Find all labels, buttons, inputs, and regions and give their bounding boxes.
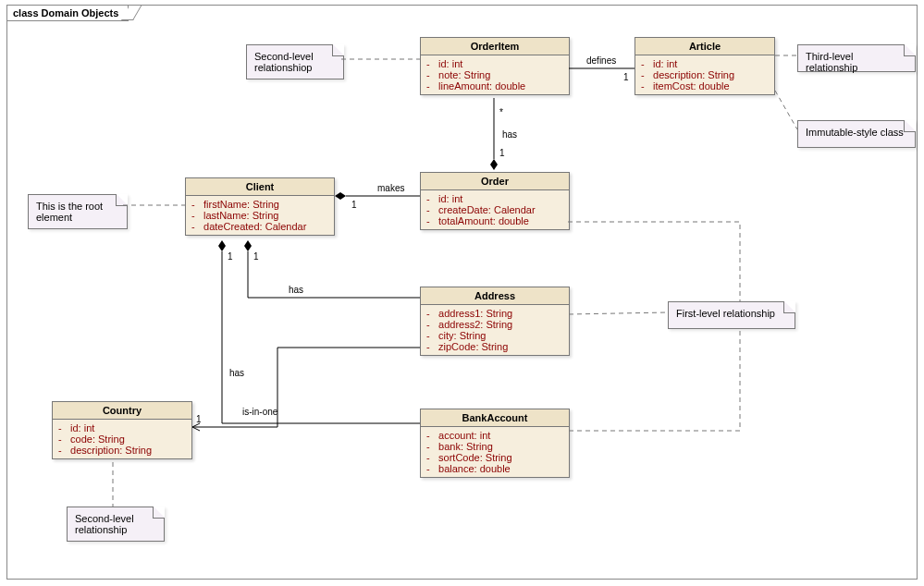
attr: - zipCode: String <box>426 341 563 352</box>
note-country-second: Second-level relationship <box>67 507 165 542</box>
attr: - totalAmount: double <box>426 215 563 226</box>
mult-one: 1 <box>623 72 629 82</box>
mult-one: 1 <box>228 251 233 262</box>
attr: - note: String <box>426 69 563 80</box>
class-client: Client - firstName: String - lastName: S… <box>185 177 335 236</box>
attr: - city: String <box>426 330 563 341</box>
class-title: Order <box>421 173 569 190</box>
class-bankaccount: BankAccount - account: int - bank: Strin… <box>420 409 570 478</box>
mult-one: 1 <box>499 148 505 158</box>
attr: - lastName: String <box>191 210 328 221</box>
note-article-third: Third-level relationship <box>797 44 916 72</box>
mult-star: * <box>499 107 503 117</box>
attr: - id: int <box>426 58 563 69</box>
attr: - description: String <box>58 445 186 456</box>
class-title: Address <box>421 287 569 305</box>
class-order: Order - id: int - createDate: Calendar -… <box>420 172 570 230</box>
attr: - address1: String <box>426 308 563 319</box>
mult-one: 1 <box>351 200 357 210</box>
rel-has-label: has <box>289 285 303 295</box>
mult-one: 1 <box>196 414 202 424</box>
mult-one: 1 <box>253 251 259 262</box>
class-title: Country <box>53 402 191 420</box>
attr: - itemCost: double <box>641 80 769 92</box>
attr: - firstName: String <box>191 199 328 210</box>
attr: - dateCreated: Calendar <box>191 221 328 232</box>
attr: - description: String <box>641 69 769 80</box>
note-client-root: This is the root element <box>28 194 128 229</box>
rel-defines-label: defines <box>586 55 616 66</box>
class-title: Article <box>635 38 774 55</box>
class-address: Address - address1: String - address2: S… <box>420 287 570 356</box>
rel-has-label: has <box>502 129 517 140</box>
attr: - address2: String <box>426 319 563 330</box>
class-title: BankAccount <box>421 409 569 427</box>
attr: - code: String <box>58 433 186 445</box>
note-first-level: First-level relationship <box>668 301 795 329</box>
diagram-title: class Domain Objects <box>7 6 129 21</box>
class-orderitem: OrderItem - id: int - note: String - lin… <box>420 37 570 95</box>
rel-makes-label: makes <box>377 183 404 193</box>
rel-has-label: has <box>229 368 244 378</box>
class-title: OrderItem <box>421 38 569 55</box>
attr: - id: int <box>58 422 186 433</box>
attr: - balance: double <box>426 463 563 474</box>
attr: - sortCode: String <box>426 452 563 463</box>
attr: - id: int <box>641 58 769 69</box>
note-article-immutable: Immutable-style class <box>797 120 916 148</box>
attr: - lineAmount: double <box>426 80 563 92</box>
class-country: Country - id: int - code: String - descr… <box>52 401 192 459</box>
rel-isinone-label: is-in-one <box>242 407 277 417</box>
class-article: Article - id: int - description: String … <box>634 37 775 95</box>
class-title: Client <box>186 178 334 196</box>
attr: - id: int <box>426 193 563 204</box>
attr: - account: int <box>426 430 563 441</box>
note-orderitem: Second-level relationshiop <box>246 44 344 79</box>
diagram-canvas: class Domain Objects Second-level relati… <box>0 0 924 586</box>
attr: - bank: String <box>426 441 563 452</box>
attr: - createDate: Calendar <box>426 204 563 215</box>
